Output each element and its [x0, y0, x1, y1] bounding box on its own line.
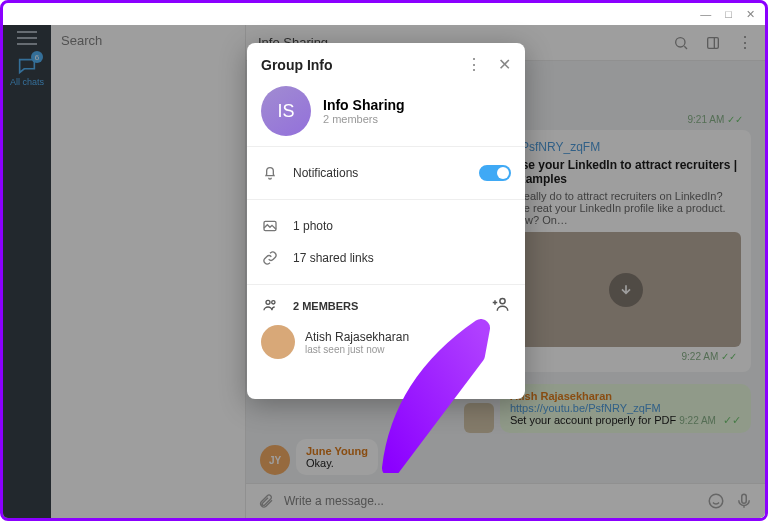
message-composer — [246, 483, 765, 518]
window-minimize[interactable]: — — [700, 8, 711, 20]
link-preview-card[interactable]: e/PsfNRY_zqFM nise your LinkedIn to attr… — [501, 130, 751, 372]
message-link[interactable]: https://youtu.be/PsfNRY_zqFM — [510, 402, 741, 414]
sender-name: Atish Rajasekharan — [510, 390, 741, 402]
hamburger-icon[interactable] — [17, 31, 37, 45]
sidebar-item-all-chats[interactable]: 6 All chats — [10, 55, 44, 87]
svg-point-0 — [676, 37, 685, 46]
member-item[interactable]: Atish Rajasekharan last seen just now — [261, 317, 511, 359]
preview-thumbnail[interactable] — [511, 232, 741, 347]
window-close[interactable]: ✕ — [746, 8, 755, 21]
chat-list-pane — [51, 25, 246, 518]
links-row[interactable]: 17 shared links — [261, 242, 511, 274]
sidepanel-icon[interactable] — [705, 35, 721, 51]
avatar — [261, 325, 295, 359]
close-icon[interactable]: ✕ — [498, 55, 511, 74]
notifications-row[interactable]: Notifications — [261, 157, 511, 189]
emoji-icon[interactable] — [707, 492, 725, 510]
svg-point-2 — [709, 494, 723, 508]
svg-point-6 — [272, 301, 275, 304]
search-icon[interactable] — [673, 35, 689, 51]
avatar[interactable] — [464, 403, 494, 433]
members-header-label: 2 MEMBERS — [293, 300, 358, 312]
message-input[interactable] — [284, 494, 697, 508]
preview-url: e/PsfNRY_zqFM — [511, 140, 741, 154]
svg-rect-3 — [742, 494, 747, 503]
sidebar-label: All chats — [10, 77, 44, 87]
unread-badge: 6 — [31, 51, 43, 63]
search-input[interactable] — [61, 33, 235, 48]
member-name: Atish Rajasekharan — [305, 330, 409, 344]
photos-label: 1 photo — [293, 219, 333, 233]
nav-sidebar: 6 All chats — [3, 25, 51, 518]
window-maximize[interactable]: □ — [725, 8, 732, 20]
group-name: Info Sharing — [323, 97, 405, 113]
add-person-icon — [491, 295, 511, 313]
group-avatar: IS — [261, 86, 311, 136]
attachment-icon[interactable] — [258, 493, 274, 509]
download-icon[interactable] — [609, 273, 643, 307]
preview-title: nise your LinkedIn to attract recruiters… — [511, 158, 741, 186]
microphone-icon[interactable] — [735, 492, 753, 510]
message-time: 9:21 AM ✓✓ — [688, 114, 747, 125]
svg-point-7 — [500, 298, 505, 303]
preview-desc: n really do to attract recruiters on Lin… — [511, 190, 741, 226]
group-info-modal: Group Info ⋮ ✕ IS Info Sharing 2 members… — [247, 43, 525, 399]
message-text: Okay. — [306, 457, 368, 469]
member-status: last seen just now — [305, 344, 409, 355]
photos-row[interactable]: 1 photo — [261, 210, 511, 242]
avatar[interactable]: JY — [260, 445, 290, 475]
members-icon — [261, 297, 279, 315]
svg-rect-1 — [708, 37, 719, 48]
notifications-toggle[interactable] — [479, 165, 511, 181]
window-titlebar: — □ ✕ — [3, 3, 765, 25]
links-label: 17 shared links — [293, 251, 374, 265]
add-member-button[interactable] — [491, 295, 511, 317]
photo-icon — [261, 218, 279, 234]
group-member-count: 2 members — [323, 113, 405, 125]
sender-name: June Young — [306, 445, 368, 457]
notifications-label: Notifications — [293, 166, 358, 180]
group-summary[interactable]: IS Info Sharing 2 members — [261, 86, 511, 136]
kebab-icon[interactable]: ⋮ — [737, 35, 753, 51]
message-bubble[interactable]: June Young Okay. — [296, 439, 378, 475]
message-time: 9:22 AM ✓✓ — [511, 351, 741, 362]
bell-icon — [261, 165, 279, 181]
message-bubble[interactable]: Atish Rajasekharan https://youtu.be/PsfN… — [500, 384, 751, 433]
svg-point-5 — [266, 300, 270, 304]
link-icon — [261, 250, 279, 266]
message-text: Set your account properly for PDF 9:22 A… — [510, 414, 741, 427]
modal-title: Group Info — [261, 57, 333, 73]
kebab-icon[interactable]: ⋮ — [466, 55, 482, 74]
